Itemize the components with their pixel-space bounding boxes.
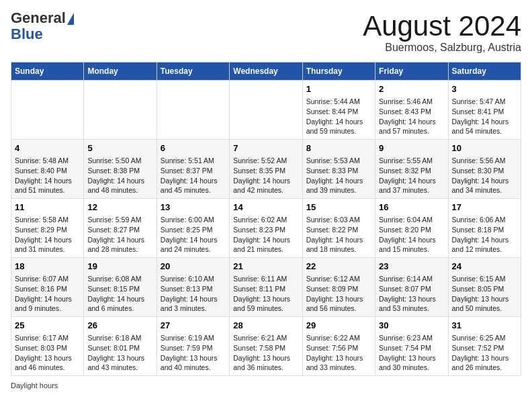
day-number: 19 bbox=[87, 261, 152, 273]
calendar-cell bbox=[157, 81, 229, 140]
day-number: 5 bbox=[87, 142, 152, 154]
calendar-table: SundayMondayTuesdayWednesdayThursdayFrid… bbox=[11, 62, 521, 376]
day-info: Sunrise: 5:52 AM Sunset: 8:35 PM Dayligh… bbox=[233, 156, 298, 195]
logo-general-text: General bbox=[11, 11, 66, 26]
logo-triangle-icon bbox=[67, 13, 74, 25]
logo-blue-text: Blue bbox=[11, 26, 43, 43]
day-info: Sunrise: 6:23 AM Sunset: 7:54 PM Dayligh… bbox=[379, 333, 444, 373]
calendar-header-friday: Friday bbox=[375, 62, 448, 81]
day-number: 15 bbox=[306, 201, 371, 214]
calendar-cell: 8Sunrise: 5:53 AM Sunset: 8:33 PM Daylig… bbox=[302, 140, 375, 199]
day-info: Sunrise: 6:17 AM Sunset: 8:03 PM Dayligh… bbox=[15, 333, 80, 373]
calendar-cell: 17Sunrise: 6:06 AM Sunset: 8:18 PM Dayli… bbox=[448, 199, 521, 258]
day-number: 14 bbox=[233, 201, 298, 214]
calendar-week-1: 1Sunrise: 5:44 AM Sunset: 8:44 PM Daylig… bbox=[11, 81, 521, 140]
day-info: Sunrise: 6:10 AM Sunset: 8:13 PM Dayligh… bbox=[161, 274, 226, 314]
day-number: 7 bbox=[233, 142, 298, 154]
calendar-cell: 10Sunrise: 5:56 AM Sunset: 8:30 PM Dayli… bbox=[448, 140, 521, 199]
day-number: 22 bbox=[306, 261, 371, 273]
day-info: Sunrise: 5:50 AM Sunset: 8:38 PM Dayligh… bbox=[87, 156, 152, 195]
calendar-cell: 18Sunrise: 6:07 AM Sunset: 8:16 PM Dayli… bbox=[11, 258, 84, 317]
day-info: Sunrise: 5:55 AM Sunset: 8:32 PM Dayligh… bbox=[379, 156, 444, 195]
calendar-subtitle: Buermoos, Salzburg, Austria bbox=[363, 42, 521, 54]
day-info: Sunrise: 6:04 AM Sunset: 8:20 PM Dayligh… bbox=[379, 215, 444, 255]
day-info: Sunrise: 6:18 AM Sunset: 8:01 PM Dayligh… bbox=[87, 333, 152, 373]
calendar-cell bbox=[84, 81, 157, 140]
calendar-cell: 19Sunrise: 6:08 AM Sunset: 8:15 PM Dayli… bbox=[84, 258, 157, 317]
calendar-header-sunday: Sunday bbox=[11, 62, 84, 81]
day-number: 18 bbox=[15, 261, 80, 273]
day-number: 13 bbox=[161, 201, 226, 214]
day-number: 1 bbox=[306, 83, 371, 95]
calendar-week-5: 25Sunrise: 6:17 AM Sunset: 8:03 PM Dayli… bbox=[11, 316, 521, 375]
calendar-cell: 21Sunrise: 6:11 AM Sunset: 8:11 PM Dayli… bbox=[230, 258, 302, 317]
day-info: Sunrise: 6:07 AM Sunset: 8:16 PM Dayligh… bbox=[15, 274, 80, 314]
calendar-cell: 28Sunrise: 6:21 AM Sunset: 7:58 PM Dayli… bbox=[230, 316, 302, 375]
day-number: 25 bbox=[15, 320, 80, 332]
calendar-cell: 11Sunrise: 5:58 AM Sunset: 8:29 PM Dayli… bbox=[11, 199, 84, 258]
day-info: Sunrise: 5:58 AM Sunset: 8:29 PM Dayligh… bbox=[15, 215, 80, 255]
day-info: Sunrise: 6:02 AM Sunset: 8:23 PM Dayligh… bbox=[233, 215, 298, 255]
calendar-title: August 2024 bbox=[363, 11, 521, 42]
calendar-cell: 25Sunrise: 6:17 AM Sunset: 8:03 PM Dayli… bbox=[11, 316, 84, 375]
calendar-cell: 3Sunrise: 5:47 AM Sunset: 8:41 PM Daylig… bbox=[448, 81, 521, 140]
calendar-header-thursday: Thursday bbox=[302, 62, 375, 81]
calendar-cell: 20Sunrise: 6:10 AM Sunset: 8:13 PM Dayli… bbox=[157, 258, 229, 317]
calendar-header-saturday: Saturday bbox=[448, 62, 521, 81]
title-section: August 2024 Buermoos, Salzburg, Austria bbox=[363, 11, 521, 54]
day-info: Sunrise: 6:08 AM Sunset: 8:15 PM Dayligh… bbox=[87, 274, 152, 314]
day-number: 2 bbox=[379, 83, 444, 95]
day-info: Sunrise: 6:15 AM Sunset: 8:05 PM Dayligh… bbox=[452, 274, 517, 314]
day-info: Sunrise: 6:21 AM Sunset: 7:58 PM Dayligh… bbox=[233, 333, 298, 373]
day-info: Sunrise: 5:44 AM Sunset: 8:44 PM Dayligh… bbox=[306, 97, 371, 136]
calendar-cell: 23Sunrise: 6:14 AM Sunset: 8:07 PM Dayli… bbox=[375, 258, 448, 317]
day-number: 9 bbox=[379, 142, 444, 154]
calendar-cell: 22Sunrise: 6:12 AM Sunset: 8:09 PM Dayli… bbox=[302, 258, 375, 317]
day-number: 29 bbox=[306, 320, 371, 332]
calendar-header-tuesday: Tuesday bbox=[157, 62, 229, 81]
calendar-cell bbox=[230, 81, 302, 140]
calendar-cell: 15Sunrise: 6:03 AM Sunset: 8:22 PM Dayli… bbox=[302, 199, 375, 258]
calendar-header-row: SundayMondayTuesdayWednesdayThursdayFrid… bbox=[11, 62, 521, 81]
calendar-cell: 7Sunrise: 5:52 AM Sunset: 8:35 PM Daylig… bbox=[230, 140, 302, 199]
calendar-cell: 24Sunrise: 6:15 AM Sunset: 8:05 PM Dayli… bbox=[448, 258, 521, 317]
day-info: Sunrise: 5:56 AM Sunset: 8:30 PM Dayligh… bbox=[452, 156, 517, 195]
calendar-cell bbox=[11, 81, 84, 140]
day-info: Sunrise: 6:06 AM Sunset: 8:18 PM Dayligh… bbox=[452, 215, 517, 255]
day-info: Sunrise: 5:51 AM Sunset: 8:37 PM Dayligh… bbox=[161, 156, 226, 195]
day-number: 31 bbox=[452, 320, 517, 332]
calendar-cell: 14Sunrise: 6:02 AM Sunset: 8:23 PM Dayli… bbox=[230, 199, 302, 258]
day-info: Sunrise: 6:22 AM Sunset: 7:56 PM Dayligh… bbox=[306, 333, 371, 373]
page-header: General Blue August 2024 Buermoos, Salzb… bbox=[11, 11, 521, 54]
day-number: 23 bbox=[379, 261, 444, 273]
calendar-cell: 4Sunrise: 5:48 AM Sunset: 8:40 PM Daylig… bbox=[11, 140, 84, 199]
calendar-week-4: 18Sunrise: 6:07 AM Sunset: 8:16 PM Dayli… bbox=[11, 258, 521, 317]
day-number: 4 bbox=[15, 142, 80, 154]
footer-text: Daylight hours bbox=[11, 381, 58, 390]
day-info: Sunrise: 6:25 AM Sunset: 7:52 PM Dayligh… bbox=[452, 333, 517, 373]
calendar-cell: 2Sunrise: 5:46 AM Sunset: 8:43 PM Daylig… bbox=[375, 81, 448, 140]
calendar-cell: 16Sunrise: 6:04 AM Sunset: 8:20 PM Dayli… bbox=[375, 199, 448, 258]
day-info: Sunrise: 6:03 AM Sunset: 8:22 PM Dayligh… bbox=[306, 215, 371, 255]
calendar-header-wednesday: Wednesday bbox=[230, 62, 302, 81]
calendar-cell: 5Sunrise: 5:50 AM Sunset: 8:38 PM Daylig… bbox=[84, 140, 157, 199]
day-number: 30 bbox=[379, 320, 444, 332]
calendar-week-3: 11Sunrise: 5:58 AM Sunset: 8:29 PM Dayli… bbox=[11, 199, 521, 258]
day-info: Sunrise: 6:19 AM Sunset: 7:59 PM Dayligh… bbox=[161, 333, 226, 373]
day-info: Sunrise: 5:53 AM Sunset: 8:33 PM Dayligh… bbox=[306, 156, 371, 195]
calendar-cell: 27Sunrise: 6:19 AM Sunset: 7:59 PM Dayli… bbox=[157, 316, 229, 375]
calendar-cell: 6Sunrise: 5:51 AM Sunset: 8:37 PM Daylig… bbox=[157, 140, 229, 199]
day-number: 12 bbox=[87, 201, 152, 214]
calendar-cell: 30Sunrise: 6:23 AM Sunset: 7:54 PM Dayli… bbox=[375, 316, 448, 375]
day-number: 24 bbox=[452, 261, 517, 273]
calendar-cell: 26Sunrise: 6:18 AM Sunset: 8:01 PM Dayli… bbox=[84, 316, 157, 375]
day-info: Sunrise: 6:12 AM Sunset: 8:09 PM Dayligh… bbox=[306, 274, 371, 314]
calendar-footer: Daylight hours bbox=[11, 381, 521, 390]
calendar-cell: 1Sunrise: 5:44 AM Sunset: 8:44 PM Daylig… bbox=[302, 81, 375, 140]
day-info: Sunrise: 5:48 AM Sunset: 8:40 PM Dayligh… bbox=[15, 156, 80, 195]
calendar-cell: 13Sunrise: 6:00 AM Sunset: 8:25 PM Dayli… bbox=[157, 199, 229, 258]
calendar-cell: 29Sunrise: 6:22 AM Sunset: 7:56 PM Dayli… bbox=[302, 316, 375, 375]
day-number: 3 bbox=[452, 83, 517, 95]
day-info: Sunrise: 6:00 AM Sunset: 8:25 PM Dayligh… bbox=[161, 215, 226, 255]
logo: General Blue bbox=[11, 11, 74, 43]
